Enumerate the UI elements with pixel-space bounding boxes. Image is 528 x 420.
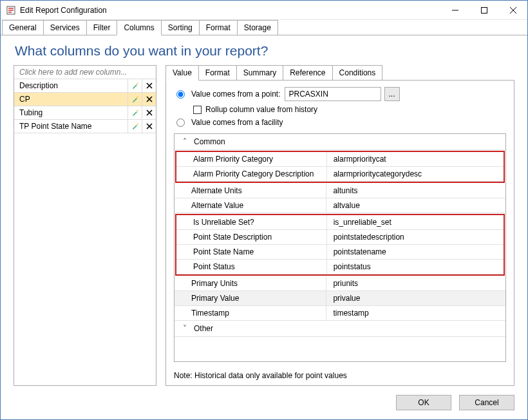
- minimize-button[interactable]: [440, 1, 469, 20]
- attribute-value: altvalue: [326, 198, 505, 213]
- svg-line-13: [147, 110, 152, 115]
- subtab-conditions[interactable]: Conditions: [332, 65, 383, 80]
- group-header-common[interactable]: ˄Common: [174, 134, 505, 150]
- tab-sorting[interactable]: Sorting: [161, 20, 200, 35]
- attribute-value: pointstatename: [327, 245, 504, 259]
- sub-tabstrip: ValueFormatSummaryReferenceConditions: [165, 65, 514, 80]
- subtab-reference[interactable]: Reference: [283, 65, 332, 80]
- edit-column-icon[interactable]: [127, 120, 142, 133]
- column-detail-panel: ValueFormatSummaryReferenceConditions Va…: [165, 65, 514, 386]
- attribute-row[interactable]: Primary Valueprivalue: [174, 291, 505, 306]
- attribute-row[interactable]: Primary Unitspriunits: [174, 276, 505, 291]
- svg-line-10: [147, 97, 152, 102]
- attribute-value: timestamp: [326, 306, 505, 320]
- attribute-label: Point Status: [176, 260, 327, 274]
- browse-point-button[interactable]: ...: [384, 87, 400, 101]
- edit-column-icon[interactable]: [127, 93, 142, 106]
- svg-line-16: [147, 124, 152, 129]
- value-from-point-row: Value comes from a point: PRCASXIN ...: [176, 87, 506, 101]
- attribute-label: Point State Name: [176, 245, 327, 259]
- column-name: CP: [14, 93, 127, 106]
- subtab-format[interactable]: Format: [198, 65, 237, 80]
- point-name-input[interactable]: PRCASXIN: [285, 87, 381, 101]
- column-row[interactable]: Tubing: [14, 106, 156, 120]
- page-heading: What columns do you want in your report?: [1, 35, 527, 65]
- ok-button[interactable]: OK: [396, 395, 451, 410]
- subtab-value[interactable]: Value: [165, 65, 199, 81]
- attribute-value: alarmprioritycat: [327, 152, 504, 166]
- delete-column-icon[interactable]: [142, 93, 156, 106]
- delete-column-icon[interactable]: [142, 79, 156, 92]
- attribute-row[interactable]: Alternate Valuealtvalue: [174, 198, 505, 213]
- svg-line-15: [147, 124, 152, 129]
- column-name: Description: [14, 79, 127, 92]
- rollup-label: Rollup column value from history: [205, 105, 317, 114]
- window-title: Edit Report Configuration: [20, 6, 440, 15]
- attribute-label: Alarm Priority Category Description: [176, 167, 327, 181]
- body: Click here to add new column... Descript…: [1, 65, 527, 386]
- tab-storage[interactable]: Storage: [237, 20, 278, 35]
- attribute-row[interactable]: Alarm Priority Category Descriptionalarm…: [176, 167, 504, 182]
- edit-column-icon[interactable]: [127, 79, 142, 92]
- svg-point-11: [137, 110, 138, 111]
- rollup-row: Rollup column value from history: [193, 105, 506, 114]
- window: Edit Report Configuration GeneralService…: [0, 0, 528, 420]
- svg-line-7: [147, 83, 152, 88]
- chevron-up-icon: ˄: [181, 137, 189, 146]
- attribute-label: Primary Units: [174, 276, 326, 291]
- value-from-point-radio[interactable]: [176, 90, 185, 99]
- svg-line-12: [147, 110, 152, 115]
- titlebar: Edit Report Configuration: [1, 1, 527, 20]
- attribute-row[interactable]: Point State Descriptionpointstatedescrip…: [176, 230, 504, 245]
- tab-columns[interactable]: Columns: [117, 20, 161, 35]
- group-label: Other: [194, 324, 213, 333]
- attribute-row[interactable]: Timestamptimestamp: [174, 306, 505, 321]
- rollup-checkbox[interactable]: [193, 106, 202, 114]
- tab-filter[interactable]: Filter: [86, 20, 118, 35]
- highlight-group: Is Unreliable Set?is_unreliable_setPoint…: [175, 214, 505, 276]
- main-tabstrip: GeneralServicesFilterColumnsSortingForma…: [1, 20, 527, 35]
- column-name: Tubing: [14, 106, 127, 119]
- window-buttons: [440, 1, 527, 20]
- delete-column-icon[interactable]: [142, 120, 156, 133]
- attribute-row[interactable]: Point State Namepointstatename: [176, 245, 504, 260]
- highlight-group: Alarm Priority CategoryalarmprioritycatA…: [175, 151, 505, 183]
- value-from-facility-label: Value comes from a facility: [191, 118, 283, 127]
- tab-format[interactable]: Format: [199, 20, 238, 35]
- svg-rect-2: [481, 7, 487, 13]
- app-icon: [6, 5, 16, 15]
- svg-point-8: [137, 97, 138, 98]
- column-row[interactable]: CP: [14, 93, 156, 106]
- attribute-value: altunits: [326, 184, 505, 198]
- attribute-value: privalue: [326, 291, 505, 305]
- column-row[interactable]: Description: [14, 79, 156, 93]
- svg-point-5: [137, 83, 138, 84]
- attribute-row[interactable]: Is Unreliable Set?is_unreliable_set: [176, 215, 504, 230]
- attribute-label: Alternate Units: [174, 184, 326, 198]
- attribute-value: alarmprioritycategorydesc: [327, 167, 504, 181]
- attribute-row[interactable]: Alternate Unitsaltunits: [174, 184, 505, 198]
- attribute-label: Point State Description: [176, 230, 327, 244]
- close-button[interactable]: [498, 1, 527, 20]
- tab-general[interactable]: General: [2, 20, 44, 35]
- column-row[interactable]: TP Point State Name: [14, 120, 156, 133]
- attribute-value: is_unreliable_set: [327, 215, 504, 229]
- attribute-row[interactable]: Point Statuspointstatus: [176, 260, 504, 274]
- subtab-summary[interactable]: Summary: [236, 65, 283, 80]
- cancel-button[interactable]: Cancel: [459, 395, 514, 410]
- attribute-value: pointstatedescription: [327, 230, 504, 244]
- maximize-button[interactable]: [469, 1, 498, 20]
- attribute-table[interactable]: ˄CommonAlarm Priority Categoryalarmprior…: [174, 133, 506, 362]
- attribute-row[interactable]: Alarm Priority Categoryalarmprioritycat: [176, 152, 504, 167]
- edit-column-icon[interactable]: [127, 106, 142, 119]
- attribute-label: Alarm Priority Category: [176, 152, 327, 166]
- value-from-facility-radio[interactable]: [176, 119, 185, 127]
- columns-panel: Click here to add new column... Descript…: [14, 65, 156, 386]
- add-column-placeholder[interactable]: Click here to add new column...: [14, 66, 156, 79]
- svg-line-9: [147, 97, 152, 102]
- attribute-value: priunits: [326, 276, 505, 291]
- tab-services[interactable]: Services: [43, 20, 87, 35]
- dialog-footer: OK Cancel: [1, 386, 527, 419]
- delete-column-icon[interactable]: [142, 106, 156, 119]
- group-header-other[interactable]: ˅Other: [174, 321, 505, 337]
